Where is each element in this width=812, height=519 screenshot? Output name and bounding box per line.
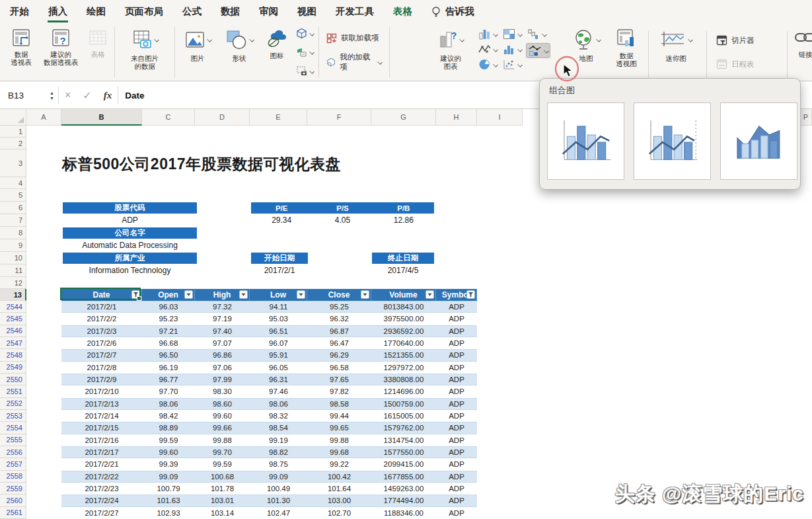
row-header-8[interactable]: 8 xyxy=(0,227,26,239)
table-cell[interactable]: 101.78 xyxy=(195,483,250,495)
table-cell[interactable]: 95.91 xyxy=(250,349,307,361)
table-cell[interactable]: 8013843.00 xyxy=(371,301,436,313)
industry-value[interactable]: Information Technology xyxy=(63,264,197,276)
row-header-7[interactable]: 7 xyxy=(0,214,26,227)
table-cell[interactable]: 97.21 xyxy=(142,325,195,337)
icons-button[interactable]: 图标 xyxy=(260,23,293,81)
table-cell[interactable]: 2017/2/21 xyxy=(61,458,142,470)
table-cell[interactable]: 99.22 xyxy=(307,458,371,470)
table-cell[interactable]: 95.23 xyxy=(142,313,195,325)
table-cell[interactable]: 1770640.00 xyxy=(371,337,436,349)
table-cell[interactable]: 96.50 xyxy=(142,349,195,361)
table-cell[interactable]: 2017/2/15 xyxy=(61,422,142,434)
table-cell[interactable]: 98.89 xyxy=(142,422,195,434)
row-header-2549[interactable]: 2549 xyxy=(0,362,26,374)
table-cell[interactable]: 2017/2/24 xyxy=(61,495,142,506)
slicer-button[interactable]: 切片器 xyxy=(714,34,781,47)
table-cell[interactable]: 95.25 xyxy=(307,301,371,313)
table-cell[interactable]: 94.11 xyxy=(250,301,307,313)
table-cell[interactable]: 98.75 xyxy=(250,458,307,470)
table-cell[interactable]: 96.03 xyxy=(142,301,195,313)
table-cell[interactable]: 100.79 xyxy=(142,483,195,495)
table-header-high[interactable]: High xyxy=(195,289,250,301)
table-cell[interactable]: 96.31 xyxy=(250,374,307,385)
table-cell[interactable]: 2017/2/22 xyxy=(61,471,142,483)
table-cell[interactable]: 102.93 xyxy=(142,507,195,519)
table-cell[interactable]: 101.64 xyxy=(307,483,371,495)
scatter-chart-button[interactable] xyxy=(501,58,523,71)
table-cell[interactable]: 103.14 xyxy=(195,507,250,519)
table-cell[interactable]: 98.82 xyxy=(250,446,307,458)
table-cell[interactable]: 100.42 xyxy=(307,471,371,483)
table-cell[interactable]: 97.40 xyxy=(195,325,250,337)
column-header-a[interactable]: A xyxy=(26,109,61,126)
table-cell[interactable]: ADP xyxy=(436,374,477,385)
table-cell[interactable]: 99.66 xyxy=(195,422,250,434)
column-header-h[interactable]: H xyxy=(436,109,477,126)
combo-column-line-secondary-axis-thumbnail[interactable] xyxy=(634,102,711,180)
pe-value[interactable]: 29.34 xyxy=(251,216,312,225)
link-button[interactable]: 链接 xyxy=(790,23,812,58)
row-header-11[interactable]: 11 xyxy=(0,264,26,277)
table-cell[interactable]: 1577550.00 xyxy=(371,446,436,458)
row-header-12[interactable]: 12 xyxy=(0,277,26,289)
table-cell[interactable]: ADP xyxy=(436,349,477,361)
table-cell[interactable]: 2017/2/17 xyxy=(61,446,142,458)
formula-input[interactable]: Date xyxy=(125,91,144,100)
line-chart-button[interactable] xyxy=(477,43,499,56)
filter-dropdown-button[interactable] xyxy=(361,290,369,299)
my-addins-button[interactable]: 我的加载项 xyxy=(324,51,385,73)
table-cell[interactable]: 2017/2/7 xyxy=(61,349,142,361)
ratio-values[interactable]: 29.34 4.05 12.86 xyxy=(251,214,434,226)
table-cell[interactable]: ADP xyxy=(436,410,477,422)
table-cell[interactable]: ADP xyxy=(436,434,477,446)
table-cell[interactable]: 103.01 xyxy=(195,495,250,506)
table-cell[interactable]: 101.30 xyxy=(250,495,307,506)
table-cell[interactable]: 98.30 xyxy=(195,385,250,397)
tab-insert[interactable]: 插入 xyxy=(48,1,68,22)
table-cell[interactable]: 98.42 xyxy=(142,410,195,422)
table-cell[interactable]: 96.86 xyxy=(195,349,250,361)
table-cell[interactable]: 97.65 xyxy=(307,374,371,385)
screenshot-button[interactable] xyxy=(295,65,315,77)
shapes-button[interactable]: 形状 xyxy=(218,23,260,81)
data-from-picture-button[interactable]: 来自图片 的数据 xyxy=(117,23,172,81)
table-cell[interactable]: ADP xyxy=(436,495,477,506)
row-header-3[interactable]: 3 xyxy=(0,149,26,177)
tab-data[interactable]: 数据 xyxy=(220,1,240,22)
table-cell[interactable]: 96.47 xyxy=(307,337,371,349)
row-header-10[interactable]: 10 xyxy=(0,252,26,264)
table-cell[interactable]: 99.44 xyxy=(307,410,371,422)
treemap-chart-button[interactable] xyxy=(501,28,523,40)
table-cell[interactable]: 3380808.00 xyxy=(371,374,436,385)
row-header-2545[interactable]: 2545 xyxy=(0,313,26,325)
table-cell[interactable]: ADP xyxy=(436,458,477,470)
table-cell[interactable]: ADP xyxy=(436,507,477,519)
table-cell[interactable]: 1500759.00 xyxy=(371,398,436,410)
column-header-g[interactable]: G xyxy=(371,109,436,126)
table-cell[interactable]: 2017/2/2 xyxy=(61,313,142,325)
table-cell[interactable]: 99.59 xyxy=(195,458,250,470)
row-header-2555[interactable]: 2555 xyxy=(0,434,26,446)
table-cell[interactable]: 96.51 xyxy=(250,325,307,337)
name-box[interactable]: B13 ▲▼ xyxy=(0,82,58,108)
column-chart-button[interactable] xyxy=(477,28,499,40)
table-cell[interactable]: 2017/2/3 xyxy=(61,325,142,337)
table-cell[interactable]: ADP xyxy=(436,471,477,483)
table-cell[interactable]: 95.03 xyxy=(250,313,307,325)
row-header-4[interactable]: 4 xyxy=(0,177,26,189)
pictures-button[interactable]: 图片 xyxy=(177,23,218,81)
cancel-icon[interactable]: × xyxy=(59,89,77,101)
table-cell[interactable]: ADP xyxy=(436,325,477,337)
table-cell[interactable]: 98.06 xyxy=(142,398,195,410)
table-cell[interactable]: 102.47 xyxy=(250,507,307,519)
row-header-2561[interactable]: 2561 xyxy=(0,507,26,519)
end-date-value[interactable]: 2017/4/5 xyxy=(372,264,434,276)
row-header-2547[interactable]: 2547 xyxy=(0,337,26,349)
table-cell[interactable]: 96.07 xyxy=(250,337,307,349)
table-cell[interactable]: 3975500.00 xyxy=(371,313,436,325)
row-header-2548[interactable]: 2548 xyxy=(0,349,26,361)
table-cell[interactable]: 97.06 xyxy=(195,362,250,374)
row-header-2553[interactable]: 2553 xyxy=(0,410,26,422)
row-header-2557[interactable]: 2557 xyxy=(0,458,26,470)
